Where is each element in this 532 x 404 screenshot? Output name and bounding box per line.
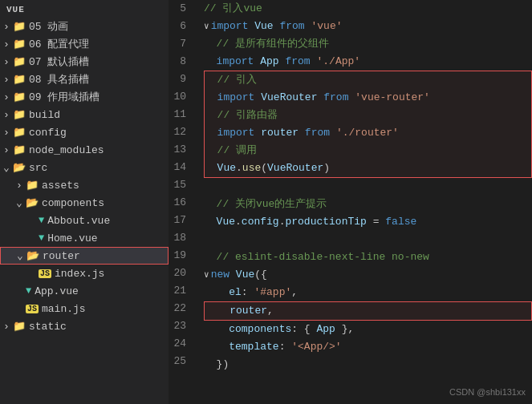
code-token: [254, 89, 261, 107]
code-token: // 调用: [205, 142, 257, 160]
line-num-8: 8: [169, 53, 191, 71]
code-token: ({: [254, 266, 267, 284]
sidebar-item-08-named-slot[interactable]: › 📁 08 具名插槽: [0, 71, 169, 88]
code-token: productionTip: [285, 213, 366, 231]
sidebar-item-index-js[interactable]: JS index.js: [0, 265, 169, 282]
line-num-20: 20: [169, 265, 191, 282]
collapse-arrow: ∨: [204, 266, 209, 284]
code-token: // 关闭vue的生产提示: [204, 196, 327, 213]
chevron-icon: ›: [0, 144, 13, 156]
vue-file-icon: ▼: [39, 232, 44, 244]
red-box-group: // 引入 import VueRouter from 'vue-router'…: [204, 71, 532, 178]
sidebar-item-abbout-vue[interactable]: ▼ Abbout.vue: [0, 212, 169, 229]
sidebar-item-09-scoped-slot[interactable]: › 📁 09 作用域插槽: [0, 88, 169, 106]
code-token: [204, 338, 229, 356]
line-num-17: 17: [169, 212, 191, 229]
line-num-6: 6: [169, 18, 191, 35]
sidebar-item-app-vue[interactable]: ▼ App.vue: [0, 282, 169, 300]
watermark: CSDN @shbi131xx: [449, 383, 526, 401]
chevron-icon: ›: [13, 180, 26, 192]
code-token: [348, 89, 355, 107]
code-token: [254, 53, 260, 71]
code-token: // eslint-disable-next-line no-new: [204, 248, 429, 266]
code-token: router: [261, 124, 298, 142]
js-file-icon: JS: [26, 305, 39, 313]
line-num-10: 10: [169, 88, 191, 106]
code-token: // 是所有组件的父组件: [204, 35, 329, 53]
sidebar-item-05-animation[interactable]: › 📁 05 动画: [0, 18, 169, 35]
line-numbers: 5 6 7 8 9 10 11 12 13 14 15 16 17 18 19 …: [169, 0, 199, 404]
code-line-21: el : '#app' ,: [204, 284, 532, 301]
sidebar-item-label: App.vue: [35, 285, 79, 297]
sidebar-header: VUE: [0, 2, 169, 18]
sidebar-item-home-vue[interactable]: ▼ Home.vue: [0, 229, 169, 247]
code-token: new: [211, 266, 229, 284]
code-token: [229, 266, 236, 284]
sidebar-item-label: main.js: [42, 303, 86, 315]
sidebar-item-label: 08 具名插槽: [29, 72, 89, 87]
sidebar-item-router[interactable]: ⌄ 📂 router: [0, 247, 169, 265]
sidebar-item-src[interactable]: ⌄ 📂 src: [0, 159, 169, 176]
line-num-7: 7: [169, 35, 191, 53]
sidebar-item-label: 05 动画: [29, 19, 68, 34]
spacer: [26, 268, 39, 280]
sidebar-item-assets[interactable]: › 📁 assets: [0, 176, 169, 194]
code-token: [204, 231, 210, 248]
code-token: ,: [291, 284, 298, 301]
spacer: [13, 285, 26, 297]
code-line-16: // 关闭vue的生产提示: [204, 196, 532, 213]
sidebar: VUE › 📁 05 动画 › 📁 06 配置代理 › 📁 07 默认插槽 › …: [0, 0, 169, 404]
code-content: 5 6 7 8 9 10 11 12 13 14 15 16 17 18 19 …: [169, 0, 532, 404]
sidebar-item-main-js[interactable]: JS main.js: [0, 300, 169, 317]
code-token: [248, 18, 254, 35]
code-token: : {: [291, 321, 316, 338]
sidebar-item-06-proxy[interactable]: › 📁 06 配置代理: [0, 35, 169, 53]
folder-icon: 📁: [13, 143, 26, 156]
code-line-8: import App from './App': [204, 53, 532, 71]
spacer: [13, 303, 26, 315]
code-line-18: [204, 231, 532, 248]
chevron-icon: ›: [0, 109, 13, 121]
line-num-13: 13: [169, 141, 191, 159]
code-token: from: [285, 53, 310, 71]
code-token: [204, 178, 210, 196]
folder-icon: 📁: [13, 20, 26, 33]
code-token: :: [279, 338, 292, 356]
sidebar-item-07-default-slot[interactable]: › 📁 07 默认插槽: [0, 53, 169, 71]
line-num-12: 12: [169, 123, 191, 141]
code-token: [205, 89, 217, 107]
code-token: import: [211, 18, 249, 35]
code-line-13: // 调用: [205, 142, 531, 160]
code-token: 'vue': [311, 18, 343, 35]
sidebar-item-static[interactable]: › 📁 static: [0, 317, 169, 335]
sidebar-item-config[interactable]: › 📁 config: [0, 123, 169, 141]
line-num-24: 24: [169, 335, 191, 353]
code-token: '<App/>': [291, 338, 341, 356]
sidebar-item-label: components: [42, 197, 104, 209]
code-token: VueRouter: [261, 89, 317, 107]
code-token: false: [385, 213, 416, 231]
line-num-21: 21: [169, 282, 191, 300]
chevron-icon: ›: [0, 56, 13, 68]
code-token: [274, 18, 280, 35]
chevron-icon: ›: [0, 21, 13, 33]
sidebar-item-label: router: [43, 250, 80, 262]
code-token: './router': [336, 124, 399, 142]
code-line-12: import router from './router': [205, 124, 531, 142]
code-token: el: [229, 284, 242, 301]
line-num-9: 9: [169, 71, 191, 88]
code-line-5: // 引入vue: [204, 0, 532, 18]
folder-icon: 📁: [13, 320, 26, 333]
sidebar-item-build[interactable]: › 📁 build: [0, 106, 169, 123]
code-token: .: [235, 213, 242, 231]
code-token: [298, 124, 305, 142]
code-token: VueRouter: [267, 160, 323, 177]
folder-icon: 📁: [13, 38, 26, 50]
sidebar-item-components[interactable]: ⌄ 📂 components: [0, 194, 169, 212]
code-token: [305, 18, 311, 35]
code-token: [204, 53, 217, 71]
code-token: .: [236, 160, 242, 177]
sidebar-item-node-modules[interactable]: › 📁 node_modules: [0, 141, 169, 159]
code-line-20: ∨ new Vue ({: [204, 266, 532, 284]
chevron-icon: ›: [0, 321, 13, 333]
